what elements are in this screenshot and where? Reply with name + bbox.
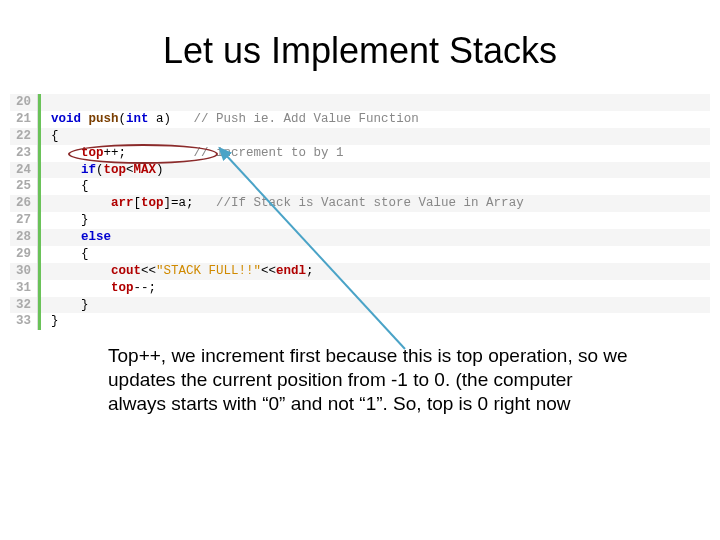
code-content: else	[41, 229, 111, 246]
line-number: 22	[10, 128, 38, 145]
code-line: 25 {	[10, 178, 710, 195]
line-number: 27	[10, 212, 38, 229]
line-number: 28	[10, 229, 38, 246]
code-content: }	[41, 313, 59, 330]
code-content: top++; // increment to by 1	[41, 145, 344, 162]
code-content: }	[41, 212, 89, 229]
code-content	[41, 94, 51, 111]
code-content: void push(int a) // Push ie. Add Value F…	[41, 111, 419, 128]
code-line: 21void push(int a) // Push ie. Add Value…	[10, 111, 710, 128]
code-line: 31 top--;	[10, 280, 710, 297]
code-content: {	[41, 128, 59, 145]
code-block: 2021void push(int a) // Push ie. Add Val…	[10, 94, 710, 330]
line-number: 31	[10, 280, 38, 297]
code-content: arr[top]=a; //If Stack is Vacant store V…	[41, 195, 524, 212]
code-line: 26 arr[top]=a; //If Stack is Vacant stor…	[10, 195, 710, 212]
explanation-text: Top++, we increment first because this i…	[108, 344, 630, 415]
code-content: cout<<"STACK FULL!!"<<endl;	[41, 263, 314, 280]
code-content: }	[41, 297, 89, 314]
line-number: 23	[10, 145, 38, 162]
code-line: 27 }	[10, 212, 710, 229]
line-number: 24	[10, 162, 38, 179]
code-line: 24 if(top<MAX)	[10, 162, 710, 179]
line-number: 30	[10, 263, 38, 280]
code-line: 22{	[10, 128, 710, 145]
line-number: 32	[10, 297, 38, 314]
code-line: 32 }	[10, 297, 710, 314]
line-number: 26	[10, 195, 38, 212]
code-line: 29 {	[10, 246, 710, 263]
code-line: 33}	[10, 313, 710, 330]
code-content: {	[41, 178, 89, 195]
code-content: top--;	[41, 280, 156, 297]
code-line: 28 else	[10, 229, 710, 246]
line-number: 20	[10, 94, 38, 111]
line-number: 21	[10, 111, 38, 128]
code-line: 20	[10, 94, 710, 111]
line-number: 29	[10, 246, 38, 263]
code-content: {	[41, 246, 89, 263]
line-number: 25	[10, 178, 38, 195]
code-line: 30 cout<<"STACK FULL!!"<<endl;	[10, 263, 710, 280]
code-content: if(top<MAX)	[41, 162, 164, 179]
slide-title: Let us Implement Stacks	[0, 30, 720, 72]
code-line: 23 top++; // increment to by 1	[10, 145, 710, 162]
line-number: 33	[10, 313, 38, 330]
